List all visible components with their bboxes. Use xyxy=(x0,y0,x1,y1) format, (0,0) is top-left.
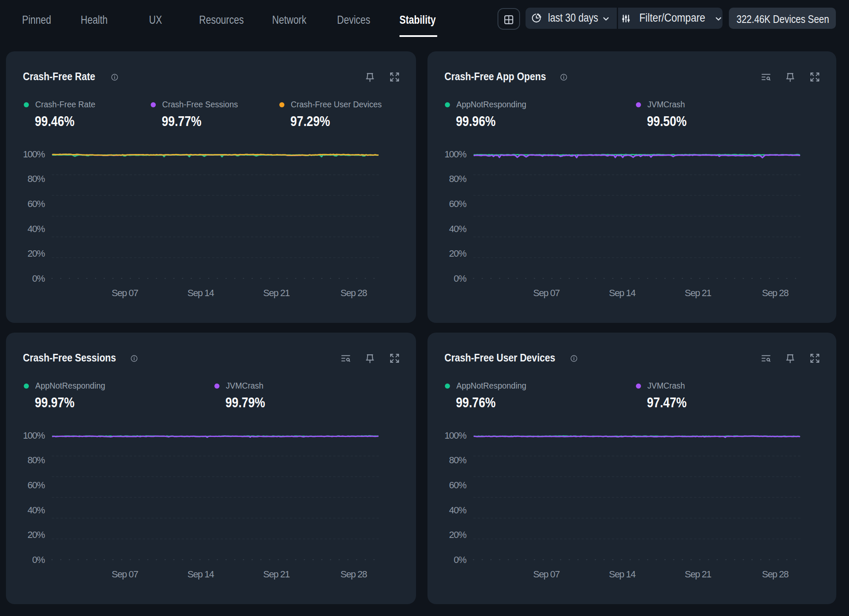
svg-text:0%: 0% xyxy=(32,273,45,284)
svg-text:100%: 100% xyxy=(444,149,467,160)
svg-text:80%: 80% xyxy=(28,174,45,184)
svg-text:Sep 14: Sep 14 xyxy=(609,288,636,298)
svg-text:Sep 28: Sep 28 xyxy=(340,288,367,298)
svg-text:20%: 20% xyxy=(28,248,45,259)
svg-text:Sep 07: Sep 07 xyxy=(533,288,560,298)
svg-text:20%: 20% xyxy=(28,529,45,540)
svg-text:Sep 21: Sep 21 xyxy=(685,288,711,298)
svg-text:0%: 0% xyxy=(454,273,467,284)
svg-text:Sep 21: Sep 21 xyxy=(263,288,290,298)
svg-text:60%: 60% xyxy=(449,480,467,490)
svg-text:100%: 100% xyxy=(23,149,45,160)
svg-text:20%: 20% xyxy=(449,529,467,540)
svg-text:60%: 60% xyxy=(449,199,467,209)
svg-text:Sep 28: Sep 28 xyxy=(762,569,789,580)
svg-text:60%: 60% xyxy=(28,199,45,209)
svg-text:0%: 0% xyxy=(454,554,467,565)
svg-text:Sep 07: Sep 07 xyxy=(112,569,138,580)
svg-text:Sep 21: Sep 21 xyxy=(685,569,711,580)
svg-text:40%: 40% xyxy=(449,224,467,234)
svg-text:Sep 07: Sep 07 xyxy=(533,569,560,580)
svg-text:40%: 40% xyxy=(28,224,45,234)
svg-text:Sep 14: Sep 14 xyxy=(609,569,636,580)
svg-text:100%: 100% xyxy=(444,430,467,441)
svg-text:80%: 80% xyxy=(28,455,45,465)
svg-text:40%: 40% xyxy=(28,505,45,515)
svg-text:Sep 07: Sep 07 xyxy=(112,288,138,298)
svg-text:Sep 14: Sep 14 xyxy=(188,288,214,298)
svg-text:100%: 100% xyxy=(23,430,45,441)
svg-text:Sep 14: Sep 14 xyxy=(188,569,214,580)
svg-text:60%: 60% xyxy=(28,480,45,490)
svg-text:80%: 80% xyxy=(449,455,467,465)
svg-text:20%: 20% xyxy=(449,248,467,259)
svg-text:Sep 21: Sep 21 xyxy=(263,569,290,580)
svg-text:80%: 80% xyxy=(449,174,467,184)
svg-text:Sep 28: Sep 28 xyxy=(340,569,367,580)
svg-text:40%: 40% xyxy=(449,505,467,515)
svg-text:Sep 28: Sep 28 xyxy=(762,288,789,298)
svg-text:0%: 0% xyxy=(32,554,45,565)
